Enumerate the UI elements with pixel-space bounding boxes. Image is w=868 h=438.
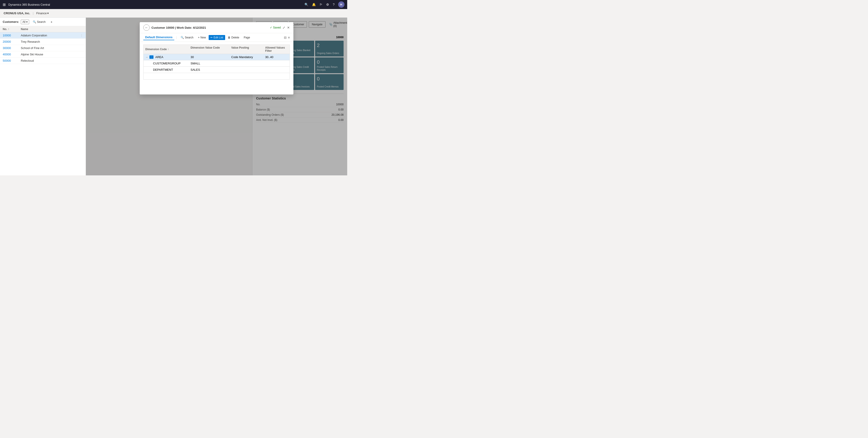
col-name-header[interactable]: Name xyxy=(21,28,83,31)
customer-no-link[interactable]: 50000 xyxy=(3,59,21,62)
val-posting-cell: Code Mandatory xyxy=(229,54,264,60)
notification-icon[interactable]: 🔔 xyxy=(312,3,316,6)
company-name: CRONUS USA, Inc. xyxy=(4,11,30,15)
col-no-header[interactable]: No. ↑ xyxy=(3,28,21,31)
customers-table-header: No. ↑ Name xyxy=(0,26,86,32)
customers-label: Customers: xyxy=(3,20,19,24)
modal-header: ← Customer 10000 | Work Date: 4/12/2021 … xyxy=(140,22,293,33)
expand-icon[interactable]: ⤢ xyxy=(283,26,285,29)
dimension-row[interactable]: DEPARTMENT SALES xyxy=(143,66,290,73)
check-icon: ✓ xyxy=(270,26,272,29)
col-val-posting-header[interactable]: Value Posting xyxy=(229,45,264,54)
finance-menu[interactable]: Finance ▾ xyxy=(36,11,49,15)
modal-toolbar: Default Dimensions | 🔍 Search + New ✏ Ed… xyxy=(140,33,293,42)
customer-no-link[interactable]: 40000 xyxy=(3,53,21,56)
default-dimensions-modal: ← Customer 10000 | Work Date: 4/12/2021 … xyxy=(140,22,293,94)
filter-label: All xyxy=(22,20,25,24)
filter-dropdown[interactable]: All ▾ xyxy=(21,20,29,24)
customer-no-link[interactable]: 10000 xyxy=(3,34,21,37)
allowed-val-cell xyxy=(264,62,289,65)
help-icon[interactable]: ? xyxy=(333,3,335,6)
modal-delete-button[interactable]: 🗑 Delete xyxy=(226,35,241,40)
row-arrow-icon: → xyxy=(145,56,148,59)
filter-icon[interactable]: ⊟ xyxy=(284,36,287,39)
row-menu-icon[interactable]: ⋮ xyxy=(149,55,153,59)
table-row[interactable]: 30000 School of Fine Art xyxy=(0,45,86,51)
allowed-val-cell-empty xyxy=(264,75,289,77)
row-actions-icon[interactable]: ⋮ xyxy=(80,34,83,37)
dimension-row[interactable]: → ⋮ AREA 30 Code Mandatory 30..40 xyxy=(143,54,290,60)
add-customer-button[interactable]: + xyxy=(49,20,54,24)
modal-title: Customer 10000 | Work Date: 4/12/2021 xyxy=(151,26,268,29)
val-posting-cell xyxy=(229,62,264,65)
modal-search-button[interactable]: 🔍 Search xyxy=(179,35,195,40)
table-row[interactable]: 20000 Trey Research xyxy=(0,39,86,45)
col-allowed-header[interactable]: Allowed Values Filter xyxy=(264,45,289,54)
modal-edit-list-button[interactable]: ✏ Edit List xyxy=(209,35,225,40)
add-icon: + xyxy=(198,36,199,39)
new-label: New xyxy=(200,36,206,39)
allowed-val-cell: 30..40 xyxy=(264,54,289,60)
back-icon: ← xyxy=(145,26,148,29)
dim-val-cell-empty xyxy=(189,75,229,77)
modal-table: Dimension Code ↑ Dimension Value Code Va… xyxy=(140,42,293,82)
nav-separator: | xyxy=(33,11,33,15)
finance-dropdown-icon: ▾ xyxy=(47,11,49,15)
waffle-icon[interactable]: ⊞ xyxy=(3,2,6,7)
search-label: Search xyxy=(185,36,193,39)
top-nav-icons: 🔍 🔔 🏳 ⚙ ? IK xyxy=(305,1,344,8)
close-icon[interactable]: ✕ xyxy=(287,26,290,29)
app-title: Dynamics 365 Business Central xyxy=(8,3,303,6)
dim-val-cell: 30 xyxy=(189,54,229,60)
dim-code-value: AREA xyxy=(155,55,163,59)
edit-list-label: Edit List xyxy=(214,36,223,39)
settings-icon[interactable]: ⚙ xyxy=(326,3,329,6)
flag-icon[interactable]: 🏳 xyxy=(319,3,322,6)
saved-label: Saved xyxy=(273,26,281,29)
customer-name: Adatum Corporation xyxy=(21,34,80,37)
table-row[interactable]: 40000 Alpine Ski House xyxy=(0,51,86,58)
saved-indicator: ✓ Saved xyxy=(270,26,281,29)
finance-menu-label: Finance xyxy=(36,11,46,15)
toolbar-separator: | xyxy=(176,36,177,39)
customer-name: Alpine Ski House xyxy=(21,53,83,56)
edit-icon: ✏ xyxy=(211,36,213,39)
col-dim-code-header[interactable]: Dimension Code ↑ xyxy=(144,45,189,54)
table-row[interactable]: 50000 Relecloud xyxy=(0,58,86,64)
val-posting-cell xyxy=(229,68,264,71)
val-posting-cell-empty xyxy=(229,75,264,77)
delete-icon: 🗑 xyxy=(228,36,230,39)
dim-code-value: DEPARTMENT xyxy=(153,68,173,71)
search-icon[interactable]: 🔍 xyxy=(305,3,308,6)
modal-table-header: Dimension Code ↑ Dimension Value Code Va… xyxy=(143,44,290,54)
avatar[interactable]: IK xyxy=(338,1,344,8)
col-dim-val-header[interactable]: Dimension Value Code xyxy=(189,45,229,54)
customer-name: School of Fine Art xyxy=(21,46,83,50)
customers-header: Customers: All ▾ 🔍 Search + xyxy=(0,18,86,26)
customer-name: Relecloud xyxy=(21,59,83,62)
modal-new-button[interactable]: + New xyxy=(196,35,208,40)
customer-no-link[interactable]: 20000 xyxy=(3,40,21,43)
dim-code-cell: DEPARTMENT xyxy=(144,67,189,73)
page-label: Page xyxy=(244,36,250,39)
dim-code-value: CUSTOMERGROUP xyxy=(153,62,181,65)
filter-dropdown-icon: ▾ xyxy=(26,20,28,24)
add-icon: + xyxy=(51,20,53,24)
delete-label: Delete xyxy=(231,36,239,39)
modal-page-button[interactable]: Page xyxy=(242,35,252,40)
modal-header-icons: ⤢ ✕ xyxy=(283,26,290,29)
tab-default-dimensions[interactable]: Default Dimensions xyxy=(143,35,174,40)
dimension-row[interactable]: CUSTOMERGROUP SMALL xyxy=(143,60,290,66)
modal-back-button[interactable]: ← xyxy=(143,24,150,31)
search-label: Search xyxy=(37,20,46,24)
table-row[interactable]: 10000 Adatum Corporation ⋮ xyxy=(0,32,86,39)
dim-code-cell: → ⋮ AREA xyxy=(144,54,189,60)
customer-no-link[interactable]: 30000 xyxy=(3,46,21,50)
modal-overlay: ← Customer 10000 | Work Date: 4/12/2021 … xyxy=(86,18,347,176)
dimension-row-empty[interactable] xyxy=(143,73,290,80)
list-view-icon[interactable]: ≡ xyxy=(288,36,290,39)
allowed-val-cell xyxy=(264,68,289,71)
dim-val-cell: SALES xyxy=(189,67,229,73)
customers-search-button[interactable]: 🔍 Search xyxy=(31,20,48,24)
dim-code-header-label: Dimension Code ↑ xyxy=(145,48,169,51)
